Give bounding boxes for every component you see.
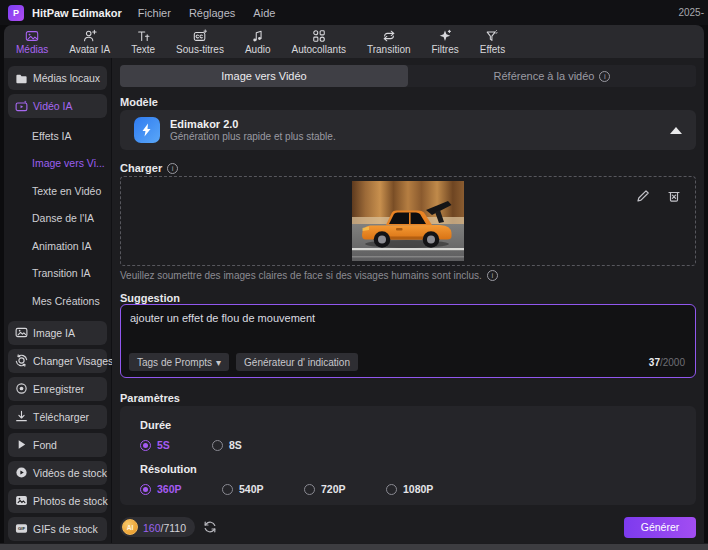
sidebar-item-effets-ia[interactable]: Effets IA bbox=[8, 122, 107, 150]
radio-720p[interactable]: 720P bbox=[304, 483, 386, 495]
radio-circle bbox=[386, 484, 397, 495]
upload-hint: Veuillez soumettre des images claires de… bbox=[120, 270, 498, 281]
info-icon: i bbox=[167, 163, 178, 174]
info-icon: i bbox=[487, 270, 498, 281]
radio-circle bbox=[304, 484, 315, 495]
media-icon bbox=[25, 29, 39, 43]
radio-540p[interactable]: 540P bbox=[222, 483, 304, 495]
radio-circle bbox=[222, 484, 233, 495]
tab-sous-titres[interactable]: Sous-titres bbox=[176, 29, 224, 55]
params-card: Durée 5S 8S Résolution 360P bbox=[120, 406, 696, 505]
titlebar-date: 2025- bbox=[678, 7, 704, 18]
radio-360p[interactable]: 360P bbox=[140, 483, 222, 495]
sidebar-item-enregistrer[interactable]: Enregistrer bbox=[8, 377, 107, 401]
sidebar-item-image-vers-video[interactable]: Image vers Vi... bbox=[8, 150, 107, 178]
tab-reference-a-la-video[interactable]: Référence à la vidéo i bbox=[408, 65, 696, 87]
sidebar-item-fond[interactable]: Fond bbox=[8, 433, 107, 457]
timeline-panel-edge bbox=[0, 543, 708, 550]
tab-texte[interactable]: Texte bbox=[131, 29, 155, 55]
app-window: P HitPaw Edimakor Fichier Réglages Aide … bbox=[0, 0, 708, 550]
info-icon: i bbox=[599, 71, 610, 82]
footer-bar: AI 160/7110 Générer bbox=[120, 513, 696, 541]
sidebar-item-gifs-de-stock[interactable]: GIFs de stock bbox=[8, 517, 107, 541]
sidebar-item-transition-ia[interactable]: Transition IA bbox=[8, 260, 107, 288]
mode-tabs: Image vers Vidéo Référence à la vidéo i bbox=[120, 65, 696, 87]
prompt-toolbar: Tags de Prompts ▾ Générateur d' indicati… bbox=[129, 353, 685, 371]
subtitles-icon bbox=[193, 29, 207, 43]
stock-gif-icon bbox=[15, 522, 28, 535]
char-counter: 37/2000 bbox=[649, 357, 685, 368]
face-swap-icon bbox=[15, 354, 28, 367]
tab-transition[interactable]: Transition bbox=[367, 29, 411, 55]
ai-video-submenu: Effets IA Image vers Vi... Texte en Vidé… bbox=[8, 122, 107, 315]
stock-photo-icon bbox=[15, 494, 28, 507]
menu-aide[interactable]: Aide bbox=[253, 7, 275, 19]
sidebar-item-photos-de-stock[interactable]: Photos de stock bbox=[8, 489, 107, 513]
menu-reglages[interactable]: Réglages bbox=[189, 7, 235, 19]
uploaded-image-car[interactable] bbox=[352, 181, 464, 261]
edit-icon[interactable] bbox=[636, 189, 650, 203]
stickers-icon bbox=[312, 29, 326, 43]
tab-image-vers-video[interactable]: Image vers Vidéo bbox=[120, 65, 408, 87]
tab-avatar-ia[interactable]: Avatar IA bbox=[69, 29, 110, 55]
generate-button[interactable]: Générer bbox=[624, 517, 696, 538]
model-selector[interactable]: Edimakor 2.0 Génération plus rapide et p… bbox=[120, 110, 696, 150]
prompt-generator-button[interactable]: Générateur d' indication bbox=[236, 353, 358, 371]
sidebar: Médias locaux Vidéo IA Effets IA Image v… bbox=[4, 58, 112, 543]
upload-dropzone[interactable] bbox=[120, 176, 696, 266]
suggestion-section-label: Suggestion bbox=[120, 292, 180, 304]
tab-audio[interactable]: Audio bbox=[245, 29, 271, 55]
model-description: Génération plus rapide et plus stable. bbox=[170, 131, 336, 142]
sidebar-item-video-ia[interactable]: Vidéo IA bbox=[8, 94, 107, 118]
sidebar-item-changer-visages[interactable]: Changer Visages bbox=[8, 349, 107, 373]
app-title: HitPaw Edimakor bbox=[32, 7, 122, 19]
params-section-label: Paramètres bbox=[120, 392, 180, 404]
resolution-options: 360P 540P 720P 1080P bbox=[140, 483, 676, 495]
model-name: Edimakor 2.0 bbox=[170, 118, 336, 130]
text-icon bbox=[136, 29, 150, 43]
prompt-input[interactable]: ajouter un effet de flou de mouvement bbox=[130, 312, 686, 349]
sidebar-item-image-ia[interactable]: Image IA bbox=[8, 321, 107, 345]
menu-fichier[interactable]: Fichier bbox=[138, 7, 171, 19]
avatar-icon bbox=[83, 29, 97, 43]
upload-section-label: Charger i bbox=[120, 162, 178, 174]
sidebar-item-mes-creations[interactable]: Mes Créations bbox=[8, 287, 107, 315]
radio-circle bbox=[212, 440, 223, 451]
radio-circle bbox=[140, 484, 151, 495]
chevron-down-icon: ▾ bbox=[216, 357, 221, 368]
radio-5s[interactable]: 5S bbox=[140, 439, 212, 451]
sidebar-item-animation-ia[interactable]: Animation IA bbox=[8, 232, 107, 260]
tab-effets[interactable]: Effets bbox=[480, 29, 505, 55]
refresh-icon[interactable] bbox=[203, 520, 217, 534]
radio-8s[interactable]: 8S bbox=[212, 439, 284, 451]
prompt-tags-dropdown[interactable]: Tags de Prompts ▾ bbox=[129, 353, 229, 371]
delete-icon[interactable] bbox=[667, 189, 681, 203]
record-icon bbox=[15, 382, 28, 395]
lightning-icon bbox=[134, 117, 160, 143]
upload-actions bbox=[636, 189, 681, 203]
stock-video-icon bbox=[15, 466, 28, 479]
main-panel: Image vers Vidéo Référence à la vidéo i … bbox=[112, 58, 704, 543]
credits-total: /7110 bbox=[161, 522, 187, 534]
sidebar-item-texte-en-video[interactable]: Texte en Vidéo bbox=[8, 177, 107, 205]
tab-filtres[interactable]: Filtres bbox=[432, 29, 459, 55]
sidebar-item-telecharger[interactable]: Télécharger bbox=[8, 405, 107, 429]
model-section-label: Modèle bbox=[120, 96, 158, 108]
prompt-container: ajouter un effet de flou de mouvement Ta… bbox=[120, 304, 696, 378]
tab-medias[interactable]: Médias bbox=[16, 29, 48, 55]
radio-1080p[interactable]: 1080P bbox=[386, 483, 468, 495]
effects-icon bbox=[485, 29, 499, 43]
folder-icon bbox=[15, 72, 28, 85]
resolution-label: Résolution bbox=[140, 463, 676, 475]
transition-icon bbox=[382, 29, 396, 43]
ai-image-icon bbox=[15, 326, 28, 339]
download-icon bbox=[15, 410, 28, 423]
sidebar-item-danse-de-lia[interactable]: Danse de l'IA bbox=[8, 205, 107, 233]
sidebar-item-medias-locaux[interactable]: Médias locaux bbox=[8, 66, 107, 90]
sidebar-item-videos-de-stock[interactable]: Vidéos de stock bbox=[8, 461, 107, 485]
tab-autocollants[interactable]: Autocollants bbox=[291, 29, 345, 55]
credits-badge[interactable]: AI 160/7110 bbox=[120, 517, 195, 537]
chevron-up-icon[interactable] bbox=[670, 127, 682, 134]
toolbar: Médias Avatar IA Texte Sous-titres Audio… bbox=[4, 25, 704, 58]
audio-icon bbox=[251, 29, 265, 43]
